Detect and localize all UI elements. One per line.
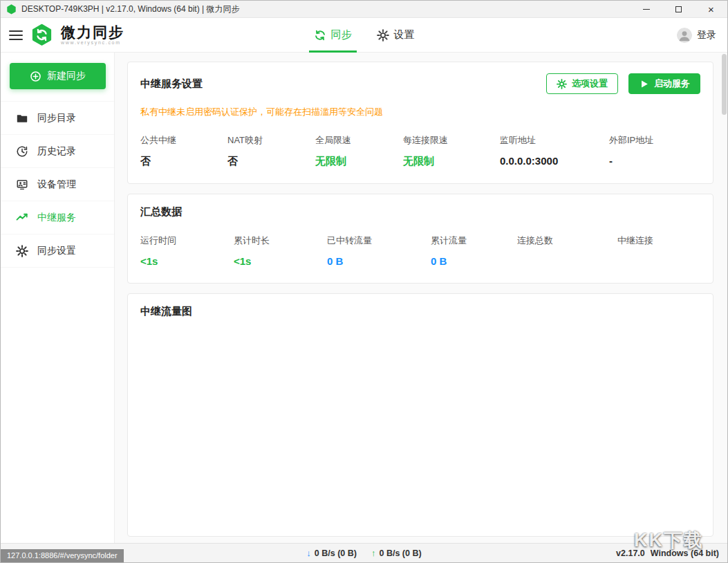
- sidebar-item-label: 同步设置: [37, 245, 76, 257]
- sidebar-item-history[interactable]: 历史记录: [1, 135, 114, 168]
- window-title: DESKTOP-749K3PH | v2.17.0, Windows (64 b…: [21, 3, 239, 15]
- site-watermark: KK下载: [634, 528, 704, 553]
- transfer-rates: ↓ 0 B/s (0 B) ↑ 0 B/s (0 B): [306, 548, 421, 558]
- sidebar-item-label: 历史记录: [37, 145, 76, 158]
- sidebar-item-relay-service[interactable]: 中继服务: [1, 201, 114, 234]
- upload-rate: 0 B/s (0 B): [380, 548, 422, 558]
- app-window: DESKTOP-749K3PH | v2.17.0, Windows (64 b…: [0, 0, 728, 563]
- stat-public-relay: 公共中继 否: [140, 134, 227, 168]
- sidebar-item-sync-folders[interactable]: 同步目录: [1, 102, 114, 135]
- brand-subtitle: www.verysync.com: [61, 40, 124, 45]
- close-icon: ×: [708, 4, 714, 15]
- download-rate: 0 B/s (0 B): [315, 548, 357, 558]
- summary-stats-row: 运行时间 <1s 累计时长 <1s 已中转流量 0 B 累计流量 0 B: [140, 234, 700, 268]
- nav-tabs: 同步 设置: [305, 18, 424, 52]
- stat-total-traffic: 累计流量 0 B: [431, 234, 517, 268]
- gear-icon: [557, 79, 567, 89]
- folder-icon: [16, 112, 28, 124]
- traffic-chart: [140, 318, 700, 519]
- new-sync-button[interactable]: 新建同步: [10, 63, 106, 89]
- relay-settings-card: 中继服务设置 选项设置: [127, 62, 713, 184]
- app-icon: [6, 4, 17, 15]
- stat-global-limit: 全局限速 无限制: [315, 134, 403, 168]
- relay-chart-icon: [16, 212, 28, 224]
- stat-relay-connections: 中继连接: [617, 234, 700, 268]
- link-target-tooltip: 127.0.0.1:8886/#/verysync/folder: [1, 549, 124, 562]
- options-settings-label: 选项设置: [572, 77, 608, 90]
- sidebar-item-devices[interactable]: 设备管理: [1, 168, 114, 201]
- devices-icon: [16, 178, 28, 191]
- vertical-scrollbar[interactable]: [721, 53, 727, 543]
- tab-settings[interactable]: 设置: [368, 18, 424, 52]
- start-service-button[interactable]: 启动服务: [628, 73, 700, 94]
- relay-settings-title: 中继服务设置: [140, 77, 203, 91]
- maximize-icon: [675, 6, 682, 12]
- upload-arrow-icon: ↑: [371, 548, 376, 558]
- summary-title: 汇总数据: [140, 205, 182, 219]
- relay-warning-text: 私有中继未启用密码认证保护，可能存在扫描滥用等安全问题: [140, 106, 700, 118]
- gear-icon: [16, 245, 28, 257]
- traffic-chart-card: 中继流量图: [127, 293, 713, 537]
- sidebar-item-label: 设备管理: [37, 178, 76, 191]
- summary-card: 汇总数据 运行时间 <1s 累计时长 <1s 已中转流量 0 B: [127, 194, 713, 284]
- window-controls: ×: [630, 1, 727, 17]
- menu-icon[interactable]: [9, 29, 23, 41]
- tab-sync-label: 同步: [331, 28, 352, 41]
- stat-external-ip: 外部IP地址 -: [609, 134, 700, 168]
- scrollbar-thumb[interactable]: [722, 54, 727, 115]
- plus-circle-icon: [30, 71, 41, 82]
- relay-stats-row: 公共中继 否 NAT映射 否 全局限速 无限制 每连接限速 无限制: [140, 134, 700, 168]
- stat-nat-mapping: NAT映射 否: [227, 134, 315, 168]
- gear-icon: [377, 29, 389, 41]
- stat-total-duration: 累计时长 <1s: [234, 234, 327, 268]
- sidebar-item-label: 中继服务: [37, 212, 76, 224]
- close-button[interactable]: ×: [695, 1, 727, 17]
- stat-relayed-traffic: 已中转流量 0 B: [327, 234, 431, 268]
- login-label: 登录: [697, 29, 716, 41]
- minimize-icon: [643, 9, 650, 10]
- options-settings-button[interactable]: 选项设置: [546, 73, 618, 94]
- traffic-chart-title: 中继流量图: [140, 305, 192, 318]
- tab-settings-label: 设置: [394, 28, 415, 41]
- login-button[interactable]: 登录: [677, 18, 727, 52]
- tab-sync[interactable]: 同步: [305, 18, 361, 52]
- new-sync-label: 新建同步: [47, 70, 86, 82]
- main-content: 中继服务设置 选项设置: [115, 53, 727, 543]
- brand: 微力同步 www.verysync.com: [61, 25, 124, 45]
- start-service-label: 启动服务: [654, 77, 690, 90]
- sidebar: 新建同步 同步目录 历史记录: [1, 53, 115, 543]
- minimize-button[interactable]: [630, 1, 662, 17]
- maximize-button[interactable]: [662, 1, 695, 17]
- stat-listen-address: 监听地址 0.0.0.0:3000: [500, 134, 609, 168]
- sidebar-item-sync-settings[interactable]: 同步设置: [1, 234, 114, 268]
- logo-icon: [30, 24, 53, 46]
- sidebar-item-label: 同步目录: [37, 112, 76, 124]
- avatar-icon: [677, 28, 692, 43]
- download-arrow-icon: ↓: [306, 548, 311, 558]
- navbar: 微力同步 www.verysync.com 同步: [1, 18, 727, 53]
- stat-uptime: 运行时间 <1s: [140, 234, 234, 268]
- titlebar: DESKTOP-749K3PH | v2.17.0, Windows (64 b…: [1, 1, 727, 18]
- stat-total-connections: 连接总数: [517, 234, 617, 268]
- history-icon: [16, 145, 28, 158]
- sync-icon: [314, 29, 326, 41]
- brand-name: 微力同步: [61, 25, 124, 40]
- play-icon: [639, 79, 649, 89]
- stat-per-connection-limit: 每连接限速 无限制: [403, 134, 500, 168]
- sidebar-nav: 同步目录 历史记录 设备管理: [1, 101, 114, 268]
